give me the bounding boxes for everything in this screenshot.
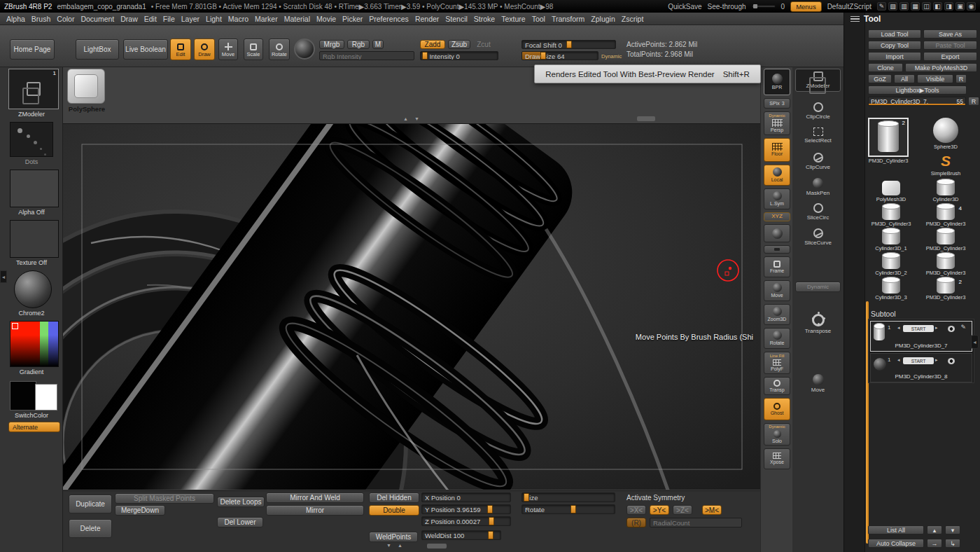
y-position-slider[interactable]: Y Position 3.96159: [421, 504, 511, 514]
current-texture-thumb[interactable]: [10, 220, 59, 258]
start-widget[interactable]: START: [903, 357, 934, 364]
menu-zscript[interactable]: Zscript: [622, 15, 644, 23]
sym-y-button[interactable]: >Y<: [650, 505, 669, 515]
menu-transform[interactable]: Transform: [552, 15, 584, 23]
grid-rows-icon[interactable]: ▥: [899, 2, 909, 11]
secondary-color-swatch[interactable]: [35, 384, 57, 410]
list-all-button[interactable]: List All: [868, 525, 924, 534]
duplicate-button[interactable]: Duplicate: [69, 495, 112, 513]
menus-button[interactable]: Menus: [790, 1, 822, 12]
maskpen-quickpick[interactable]: MaskPen: [795, 178, 841, 196]
shelf-move-button[interactable]: Move: [764, 280, 790, 301]
current-alpha-thumb[interactable]: [10, 170, 59, 207]
rotate-slider[interactable]: Rotate: [522, 504, 615, 514]
clipcurve-quickpick[interactable]: ClipCurve: [795, 153, 841, 170]
menu-document[interactable]: Document: [80, 15, 114, 23]
y-position-handle[interactable]: [487, 505, 493, 513]
sym-x-button[interactable]: >X<: [626, 505, 646, 515]
export-button[interactable]: Export: [923, 52, 977, 61]
subtool-header[interactable]: Subtool: [871, 310, 896, 318]
left-panel-icon[interactable]: ◧: [933, 2, 942, 11]
tool-thumb[interactable]: Cylinder3D: [920, 181, 972, 202]
slicecurve-quickpick[interactable]: SliceCurve: [795, 228, 841, 246]
draw-size-handle[interactable]: [540, 52, 546, 60]
size-slider[interactable]: Size: [522, 492, 615, 502]
active-tool-r-button[interactable]: R: [968, 97, 979, 106]
make-polymesh3d-button[interactable]: Make PolyMesh3D: [905, 63, 977, 72]
tool-thumb[interactable]: 4 PM3D_Cylinder3: [920, 205, 972, 227]
goz-all-button[interactable]: All: [894, 74, 915, 83]
move-button[interactable]: Move: [218, 39, 238, 60]
bpr-button[interactable]: BPR: [764, 69, 790, 95]
scale-button[interactable]: Scale: [244, 39, 263, 60]
zsub-button[interactable]: Zsub: [448, 40, 470, 49]
menu-zplugin[interactable]: Zplugin: [591, 15, 615, 23]
menu-movie[interactable]: Movie: [316, 15, 336, 23]
solo-button[interactable]: Dynamic Solo: [764, 423, 790, 446]
subtool-item[interactable]: 1 ◂ START ▸ PM3D_Cylinder3D_8: [870, 353, 972, 382]
pen-icon[interactable]: ✎: [877, 2, 886, 11]
tool-thumb[interactable]: Cylinder3D_2: [865, 254, 917, 276]
lsym-button[interactable]: L.Sym: [764, 188, 790, 209]
ghost-button[interactable]: Ghost: [764, 398, 790, 420]
focal-shift-handle[interactable]: [566, 41, 572, 48]
xyz-button[interactable]: XYZ: [764, 212, 790, 221]
menu-stroke[interactable]: Stroke: [474, 15, 495, 23]
active-tool-slider[interactable]: PM3D_Cylinder3D_7. 55: [868, 97, 966, 106]
current-stroke-thumb[interactable]: [10, 122, 53, 157]
color-picker[interactable]: [10, 321, 59, 367]
import-button[interactable]: Import: [868, 52, 921, 61]
transp-button[interactable]: Transp: [764, 377, 790, 395]
size-handle[interactable]: [524, 493, 529, 502]
left-tray-collapse-arrow[interactable]: ◄: [0, 270, 7, 283]
m-button[interactable]: M: [372, 40, 384, 49]
persp-button[interactable]: Dynamic Persp: [764, 111, 790, 135]
sym-z-button[interactable]: >Z<: [673, 505, 692, 515]
tool-thumb[interactable]: 2 PM3D_Cylinder3: [920, 279, 972, 301]
slicecirc-quickpick[interactable]: SliceCirc: [795, 203, 841, 221]
current-brush-thumb[interactable]: 1: [8, 69, 59, 109]
menu-texture[interactable]: Texture: [501, 15, 525, 23]
z-position-handle[interactable]: [489, 517, 494, 525]
menu-light[interactable]: Light: [206, 15, 222, 23]
zmodeler-quickpick[interactable]: ZModeler: [795, 69, 841, 92]
edit-pen-icon[interactable]: ✎: [960, 324, 966, 331]
menu-draw[interactable]: Draw: [120, 15, 138, 23]
tool-thumb[interactable]: PM3D_Cylinder3: [865, 205, 917, 227]
menu-macro[interactable]: Macro: [228, 15, 248, 23]
z-intensity-handle[interactable]: [422, 52, 428, 60]
menu-picker[interactable]: Picker: [342, 15, 363, 23]
del-hidden-button[interactable]: Del Hidden: [369, 492, 419, 503]
panel-return-button[interactable]: ↳: [945, 539, 960, 548]
menu-preferences[interactable]: Preferences: [369, 15, 409, 23]
goz-button[interactable]: GoZ: [868, 74, 892, 83]
panel-next-button[interactable]: →: [927, 539, 942, 548]
welddist-handle[interactable]: [488, 531, 493, 539]
panel-scroll-up-icon[interactable]: ▲: [398, 543, 404, 548]
tool-thumb-simplebrush[interactable]: S SimpleBrush: [920, 153, 972, 177]
x-position-slider[interactable]: X Position 0: [421, 492, 511, 502]
activate-symmetry-label[interactable]: Activate Symmetry: [626, 494, 685, 502]
draw-size-slider[interactable]: Draw Size 64: [522, 51, 598, 60]
start-left-icon[interactable]: ◂: [897, 325, 900, 331]
subtool-item[interactable]: 1 ◂ START ▸ ✎ PM3D_Cylinder3D_7: [870, 321, 972, 352]
home-page-button[interactable]: Home Page: [10, 39, 55, 60]
target-icon[interactable]: ◉: [967, 2, 976, 11]
tool-thumb-sphere3d[interactable]: Sphere3D: [920, 118, 972, 150]
floor-button[interactable]: Floor: [764, 138, 790, 162]
mini-toggle-button[interactable]: [764, 245, 790, 254]
subtool-up-button[interactable]: ▴: [927, 525, 942, 534]
palette-menu-icon[interactable]: [850, 16, 860, 22]
goz-r-button[interactable]: R: [955, 74, 967, 83]
sym-m-button[interactable]: >M<: [702, 505, 722, 515]
shelf-rotate-button[interactable]: Rotate: [764, 328, 790, 349]
canvas-scroll-up-icon[interactable]: ▲: [403, 116, 410, 121]
canvas-h-scrollbar[interactable]: [637, 116, 655, 121]
zcut-button[interactable]: Zcut: [473, 40, 494, 49]
menu-alpha[interactable]: Alpha: [6, 15, 25, 23]
quicksave-button[interactable]: QuickSave: [668, 3, 701, 11]
mirror-button[interactable]: Mirror: [266, 505, 364, 516]
current-tool-quickpick-thumb[interactable]: [67, 69, 105, 104]
start-left-icon[interactable]: ◂: [897, 357, 900, 363]
zoom3d-button[interactable]: Zoom3D: [764, 304, 790, 325]
